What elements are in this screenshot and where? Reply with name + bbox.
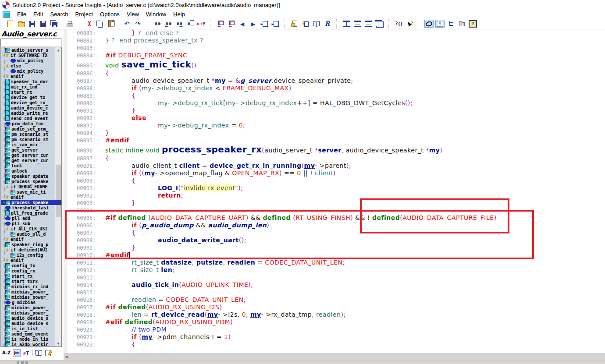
- browse-docs-icon[interactable]: [35, 350, 43, 356]
- symbol-item[interactable]: speaker_tx_dor: [1, 79, 61, 84]
- symbol-item[interactable]: mix_policy: [1, 68, 61, 74]
- code-line[interactable]: 00899:if ((my- >opened_map_flag & OPEN_M…: [67, 170, 605, 177]
- code-line[interactable]: 00892:else: [67, 114, 605, 122]
- code-line[interactable]: 00910:#endif: [67, 251, 605, 259]
- code-line[interactable]: 00912:rt_size_t len;: [67, 266, 605, 274]
- symbol-item[interactable]: #endif: [1, 258, 61, 263]
- symbol-item[interactable]: #if SOFTWARE_TX: [1, 53, 61, 58]
- symbol-item[interactable]: audio_device_c: [1, 105, 61, 110]
- symbol-item[interactable]: micbias_rx_ind: [1, 284, 61, 289]
- copy-icon[interactable]: [96, 20, 105, 28]
- browse-project-symbols-icon[interactable]: [290, 20, 299, 28]
- code-line[interactable]: 00901:LOG_I("invlide rx event");: [67, 184, 605, 192]
- menu-search[interactable]: Search: [46, 10, 71, 18]
- symbol-item[interactable]: send_cmd_event: [1, 331, 61, 336]
- menu-options[interactable]: Options: [96, 10, 123, 18]
- cut-icon[interactable]: [85, 20, 94, 28]
- symbol-item[interactable]: #if defined(AUI: [1, 247, 61, 252]
- symbol-item[interactable]: pcm_data_fun: [1, 121, 61, 126]
- symbol-item[interactable]: process_speake: [1, 200, 61, 205]
- symbol-info-icon[interactable]: [394, 20, 403, 28]
- code-line[interactable]: 00908:audio_data_write_uart();: [67, 237, 605, 244]
- symbol-item[interactable]: audio_set_pcm_: [1, 126, 61, 131]
- window-tile-icon[interactable]: [342, 20, 351, 28]
- menu-window[interactable]: Window: [142, 10, 170, 18]
- code-line[interactable]: 00903:}: [67, 199, 605, 207]
- code-line[interactable]: 00883:: [67, 44, 605, 52]
- browse-files-icon[interactable]: [312, 20, 321, 28]
- symbol-item[interactable]: #endif: [1, 74, 61, 79]
- jump-caller-icon[interactable]: [270, 20, 280, 28]
- code-line[interactable]: 00893:my- >debug_rx_index = 0;: [67, 122, 605, 129]
- symbol-item[interactable]: micbias_power_: [1, 289, 61, 294]
- code-line[interactable]: 00886:{: [67, 70, 605, 77]
- save-icon[interactable]: [28, 20, 37, 28]
- code-line[interactable]: 00895:#endif: [67, 137, 605, 144]
- symbol-item[interactable]: config_tx: [1, 263, 61, 268]
- code-line[interactable]: 00896:static inline void process_speaker…: [67, 144, 605, 155]
- symbol-item[interactable]: pm_scenario_st: [1, 137, 61, 142]
- document-icon[interactable]: [3, 11, 10, 18]
- symbol-item[interactable]: is_node_in_lis: [1, 336, 61, 342]
- code-line[interactable]: 00900:{: [67, 177, 605, 184]
- code-line[interactable]: 00909:}: [67, 244, 605, 251]
- symbol-item[interactable]: get_server_cur: [1, 158, 61, 163]
- window-split-icon[interactable]: [364, 20, 373, 28]
- symbol-item[interactable]: pm_scenario_st: [1, 131, 61, 137]
- code-line[interactable]: 00905:#if defined (AUDIO_DATA_CAPTURE_UA…: [67, 214, 605, 222]
- relation-tree-icon[interactable]: [446, 20, 456, 28]
- whats-this-icon[interactable]: [405, 20, 414, 28]
- symbol-filter-input[interactable]: [0, 39, 62, 47]
- code-line[interactable]: 00915:: [67, 289, 605, 296]
- symbol-item[interactable]: audio_write_re: [1, 110, 61, 116]
- code-line[interactable]: 00919:#elif defined(AUDIO_RX_USING_PDM): [67, 318, 605, 326]
- symbol-item[interactable]: #if ALL_CLK_USI: [1, 226, 61, 231]
- symbol-item[interactable]: unlock: [1, 168, 61, 173]
- code-line[interactable]: 00907:{: [67, 229, 605, 237]
- symbol-item[interactable]: #if DEBUG_FRAME: [1, 184, 61, 189]
- mark-forward-icon[interactable]: [227, 20, 236, 28]
- symbol-item[interactable]: config_rx: [1, 268, 61, 273]
- menu-edit[interactable]: Edit: [30, 10, 46, 18]
- code-line[interactable]: 00888:if (my- >debug_rx_index < FRAME_DE…: [67, 85, 605, 92]
- menu-file[interactable]: File: [14, 10, 30, 18]
- code-line[interactable]: 00913:: [67, 274, 605, 281]
- window-full-icon[interactable]: [353, 20, 362, 28]
- menu-project[interactable]: Project: [72, 10, 96, 18]
- symbol-item[interactable]: start_txrx: [1, 279, 61, 284]
- go-back-icon[interactable]: [238, 20, 247, 28]
- code-line[interactable]: 00918:len = rt_device_read(my- >i2s, 0, …: [67, 311, 605, 318]
- open-file-icon[interactable]: [17, 20, 26, 28]
- highlight-word-icon[interactable]: [424, 20, 434, 28]
- symbol-item[interactable]: #endif: [1, 194, 61, 200]
- symbol-item[interactable]: pll_add: [1, 216, 61, 221]
- search-files-icon[interactable]: [185, 20, 195, 28]
- symbol-item[interactable]: speaker_update: [1, 173, 61, 179]
- save-query-icon[interactable]: [39, 20, 48, 28]
- new-file-icon[interactable]: [6, 20, 15, 28]
- redo-icon[interactable]: [133, 20, 142, 28]
- code-line[interactable]: 00884:#if DEBUG_FRAME_SYNC: [67, 52, 605, 59]
- symbol-item[interactable]: send_cmd_event: [1, 116, 61, 121]
- code-line[interactable]: 00885:void save_mic_tick(): [67, 59, 605, 70]
- find-next-icon[interactable]: [174, 20, 184, 28]
- panes-icon[interactable]: [457, 20, 466, 28]
- symbol-item[interactable]: save_mic_ti: [1, 189, 61, 194]
- replace-icon[interactable]: [196, 20, 206, 28]
- code-editor[interactable]: 00881:} ? end else ?00882:} ? end proces…: [67, 29, 605, 353]
- symbol-item[interactable]: is_a2dp_workir: [1, 342, 61, 347]
- find-icon[interactable]: [153, 20, 162, 28]
- symbol-item[interactable]: device_get_rx_: [1, 100, 61, 105]
- symbol-type-filter-icon[interactable]: [23, 350, 30, 356]
- code-line[interactable]: 00922:{: [67, 341, 605, 348]
- scroll-left-icon[interactable]: <: [64, 353, 70, 360]
- code-line[interactable]: 00902:return;: [67, 192, 605, 199]
- symbol-item[interactable]: i2s_config: [1, 252, 61, 258]
- symbol-item[interactable]: g_micbias: [1, 300, 61, 305]
- symbol-item[interactable]: micbias_power_: [1, 305, 61, 310]
- go-forward-icon[interactable]: [249, 20, 258, 28]
- symbol-item[interactable]: start_rx: [1, 89, 61, 95]
- symbol-item[interactable]: start_rx: [1, 273, 61, 279]
- code-line[interactable]: 00911:rt_size_t datasize, putsize, readl…: [67, 259, 605, 266]
- code-line[interactable]: 00916:readlen = CODEC_DATA_UNIT_LEN;: [67, 296, 605, 304]
